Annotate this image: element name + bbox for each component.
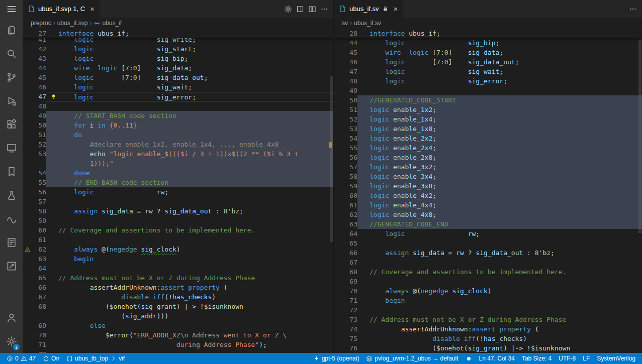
code-line[interactable]: 65 [334,238,642,248]
editor-action-layout[interactable] [294,3,306,15]
code-line[interactable]: 76 ($onehot(sig_grant) |-> !$isunknown [334,343,642,353]
code-line[interactable]: 71 begin [334,296,642,305]
code-line[interactable]: 72 [23,349,333,353]
code-line[interactable]: 28interface ubus_if; [334,29,642,38]
code-line[interactable]: 67 [334,258,642,267]
editor-action-more[interactable] [318,3,330,15]
code-line[interactable]: 46 logic [7:0] sig_data_out; [334,57,642,67]
breadcrumb-item[interactable]: ubus_if [94,20,122,27]
overview-ruler-left[interactable] [328,29,333,353]
status-eol[interactable]: LF [579,353,593,364]
code-line[interactable]: 62logic enable_4x8; [334,210,642,219]
code-line[interactable]: 44 wire logic [7:0] sig_data; [23,63,333,73]
code-line[interactable]: 75 disable iff(!has_checks) [334,334,642,343]
scrollbar-thumb[interactable] [330,76,333,242]
code-line[interactable]: 68// Coverage and assertions to be imple… [334,267,642,277]
code-line[interactable]: 66 assertAddrUnknown:assert property ( [23,283,333,292]
code-line-wrap[interactable]: (sig_addr))) [23,311,333,321]
activitybar-settings[interactable]: 1 [0,329,23,353]
status-project-config[interactable]: pvlog_uvm-1.2_ubus → default [362,353,462,364]
tab-ubus_if-sv[interactable]: ubus_if.sv × [334,0,403,18]
code-line[interactable]: 70 always @(negedge sig_clock) [334,286,642,296]
code-line[interactable]: 60logic enable_4x2; [334,191,642,200]
code-line[interactable]: 56 logic rw; [23,187,333,197]
code-line[interactable]: 68 ($onehot(sig_grant) |-> !$isunknown [23,302,333,311]
code-line[interactable]: 71 during Address Phase"); [23,340,333,349]
status-tab-size[interactable]: Tab Size: 4 [518,353,555,364]
code-line[interactable]: 58 assign sig_data = rw ? sig_data_out :… [23,206,333,216]
code-line[interactable]: 47 logic sig_error; [23,92,333,101]
activitybar-source-control[interactable] [0,65,23,89]
code-line[interactable]: 60// Coverage and assertions to be imple… [23,225,333,235]
editor-right[interactable]: 44 logic sig_bip;45 wire logic [7:0] sig… [334,29,642,353]
code-line[interactable]: 69 else [23,321,333,330]
status-encoding[interactable]: UTF-8 [555,353,579,364]
status-toggle-on[interactable]: On [39,353,63,364]
code-line[interactable]: 48 [23,101,333,111]
code-line[interactable]: 55logic enable_2x4; [334,143,642,153]
code-line[interactable]: 46 logic sig_wait; [23,82,333,92]
code-line[interactable]: 64 [23,264,333,273]
code-line[interactable]: 57 [23,197,333,206]
status-cursor-position[interactable]: Ln 47, Col 34 [476,353,518,364]
editor-action-more[interactable] [627,3,639,15]
sticky-scroll-left[interactable]: 27interface ubus_if; [23,29,333,38]
code-line[interactable]: 66 assign sig_data = rw ? sig_data_out :… [334,248,642,258]
activitybar-remote-explorer[interactable] [0,136,23,160]
code-line[interactable]: 56logic enable_2x8; [334,153,642,162]
activitybar-testing[interactable] [0,183,23,207]
sticky-scroll-right[interactable]: 28interface ubus_if; [334,29,642,38]
code-line[interactable]: 61 [23,235,333,245]
code-line[interactable]: 45 wire logic [7:0] sig_data; [334,48,642,57]
status-language-mode[interactable]: SystemVerilog [593,353,639,364]
code-line[interactable]: 55 // END_BASH code section [23,178,333,187]
editor-left[interactable]: 41 logic sig_write;42 logic sig_start;43… [23,29,333,353]
status-scope[interactable]: ubus_tb_topvif [63,353,128,364]
code-line[interactable]: 54 done [23,168,333,178]
code-line[interactable]: 59 [23,216,333,225]
code-line[interactable]: 45 logic [7:0] sig_data_out; [23,73,333,82]
code-line[interactable]: 49 [334,86,642,95]
code-line[interactable]: 67 disable iff(!has_checks) [23,292,333,302]
code-line[interactable]: 27interface ubus_if; [23,29,333,38]
tab-ubus_if-svp[interactable]: ubus_if.svp 1, C × [23,0,100,18]
code-line[interactable]: 44 logic sig_bip; [334,38,642,48]
code-line[interactable]: 61logic enable_4x4; [334,200,642,210]
breadcrumb-item[interactable]: sv [342,20,348,27]
status-problems[interactable]: 047 [3,353,39,364]
code-line[interactable]: 59logic enable_3x8; [334,181,642,191]
code-line[interactable]: 58logic enable_3x4; [334,172,642,181]
code-line[interactable]: 63//GENERATED_CODE_END [334,219,642,229]
overview-ruler-right[interactable] [637,29,642,353]
breadcrumb-item[interactable]: preproc [31,20,51,27]
activitybar-run-and-debug[interactable] [0,89,23,112]
code-line[interactable]: 49 // START_BASH code section [23,111,333,120]
code-line[interactable]: 74 assertAddrUnknown:assert property ( [334,324,642,334]
code-line[interactable]: 48 logic sig_error; [334,76,642,86]
code-line[interactable]: 53logic enable_1x8; [334,124,642,134]
code-line[interactable]: 64 logic rw; [334,229,642,238]
status-model[interactable]: gpt-5 (openai) [310,353,363,364]
code-line[interactable]: 69 [334,277,642,286]
code-line[interactable]: 57logic enable_3x2; [334,162,642,172]
code-line[interactable]: 73// Address must not be X or Z during A… [334,315,642,324]
status-record-indicator[interactable] [462,353,476,364]
code-line[interactable]: 53 echo "logic enable_$((($i / 3 + 1))x$… [23,149,333,159]
activitybar-explorer[interactable] [0,18,23,42]
activitybar-extensions[interactable] [0,112,23,136]
code-line[interactable]: 65// Address must not be X or Z during A… [23,273,333,283]
code-line[interactable]: 47 logic sig_wait; [334,67,642,76]
close-icon[interactable]: × [90,5,95,13]
activitybar-snippets[interactable] [0,207,23,230]
code-line[interactable]: 52logic enable_1x4; [334,114,642,124]
code-line[interactable]: 54logic enable_2x2; [334,134,642,143]
code-line-wrap[interactable]: 1)));" [23,159,333,168]
code-line[interactable]: 50//GENERATED_CODE_START [334,95,642,105]
editor-action-split[interactable] [306,3,318,15]
code-line[interactable]: 63 begin [23,254,333,264]
code-line[interactable]: 70 $error("ERR_ADDR_XZ\n Address went to… [23,330,333,340]
breadcrumb-item[interactable]: ubus_if.sv [354,20,381,27]
breadcrumb-item[interactable]: ubus_if.svp [57,20,88,27]
code-line[interactable]: 50 for i in {0..11} [23,120,333,130]
code-line[interactable]: 52 #declare enable_1x2, enable_1x4, ...,… [23,140,333,149]
